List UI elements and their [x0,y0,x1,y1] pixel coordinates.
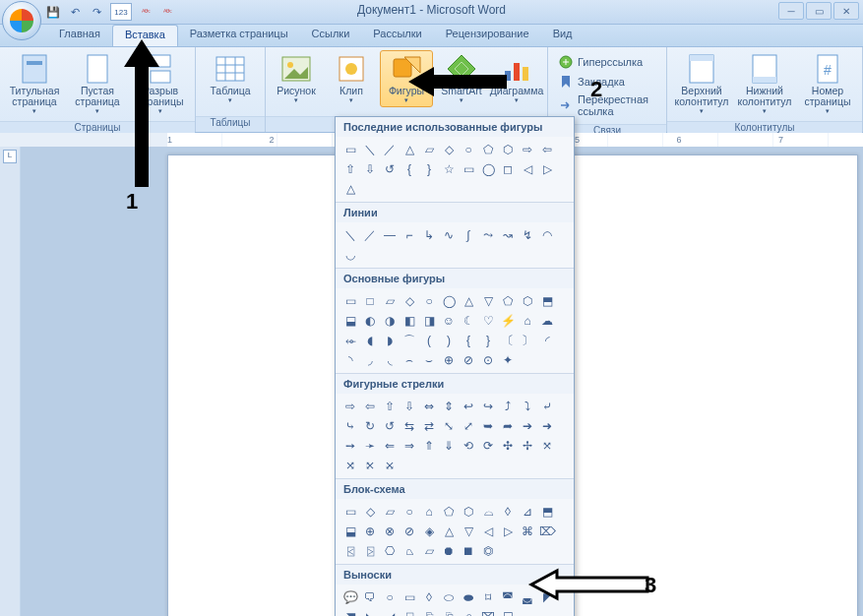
shape-item[interactable]: ⤷ [341,417,359,435]
shape-item[interactable]: ⇕ [440,398,458,415]
tab-selector-icon[interactable]: L [3,150,17,163]
shape-item[interactable]: ⎌ [460,608,477,616]
tab-главная[interactable]: Главная [47,25,112,46]
shape-item[interactable]: ⤧ [538,437,556,455]
table-button[interactable]: Таблица▾ [200,50,261,107]
shape-item[interactable]: □ [361,292,379,310]
tab-вид[interactable]: Вид [541,25,585,46]
close-button[interactable]: ✕ [833,2,859,20]
shape-item[interactable]: ⇦ [361,398,379,415]
shape-item[interactable]: ⌣ [420,351,438,369]
shape-item[interactable]: ⊕ [440,351,458,369]
shape-item[interactable]: ➦ [499,417,517,435]
shape-item[interactable]: ▱ [381,503,399,521]
shape-item[interactable]: ⬰ [341,332,359,349]
shape-item[interactable]: ⊙ [479,351,497,369]
shape-item[interactable]: ⇧ [381,398,399,415]
pagenum-button[interactable]: #Номерстраницы▾ [797,50,858,118]
shape-item[interactable]: ◁ [479,523,497,540]
shape-item[interactable]: ◝ [341,351,359,369]
shape-item[interactable]: ◈ [420,523,438,540]
shape-item[interactable]: ▭ [460,160,477,178]
tab-рецензирование[interactable]: Рецензирование [434,25,541,46]
office-button[interactable] [2,1,41,40]
shape-item[interactable]: ⬡ [460,503,477,521]
shape-item[interactable]: ⬒ [538,503,556,521]
shape-item[interactable]: ▷ [499,523,517,540]
save-icon[interactable]: 💾 [45,4,61,20]
shape-item[interactable]: ◻ [499,160,517,178]
shape-item[interactable]: ⬓ [341,312,359,330]
shape-item[interactable]: ⌂ [420,503,438,521]
shape-item[interactable]: ○ [401,503,418,521]
wordcount-icon[interactable]: 123 [110,3,132,21]
shape-item[interactable]: ◑ [381,312,399,330]
shape-item[interactable]: 🗨 [361,588,379,606]
shape-item[interactable]: ➥ [479,417,497,435]
shape-item[interactable]: △ [460,292,477,310]
shape-item[interactable]: ⬒ [538,292,556,310]
maximize-button[interactable]: ▭ [806,2,832,20]
shapes-button[interactable]: Фигуры▾ [380,50,433,107]
shape-item[interactable]: ⊿ [519,503,536,521]
tab-рассылки[interactable]: Рассылки [361,25,433,46]
shape-item[interactable]: ⤴ [499,398,517,415]
shape-item[interactable]: ◗ [381,332,399,349]
shape-item[interactable]: ⏣ [479,542,497,560]
shape-item[interactable]: ◤ [538,588,556,606]
shape-item[interactable]: △ [341,180,359,198]
spellcheck-icon[interactable]: ᴬᴮᶜ [138,4,154,20]
shape-item[interactable]: ⌢ [401,351,418,369]
shape-item[interactable]: ⌑ [479,588,497,606]
shape-item[interactable]: ➔ [519,417,536,435]
shape-item[interactable]: ⏥ [420,542,438,560]
shape-item[interactable]: ⏹ [460,542,477,560]
undo-icon[interactable]: ↶ [67,4,83,20]
shape-item[interactable]: ↳ [420,226,438,244]
shape-item[interactable]: ⤳ [479,226,497,244]
shape-item[interactable]: ▽ [479,292,497,310]
shape-item[interactable]: ◛ [519,588,536,606]
shape-item[interactable]: ▽ [460,523,477,540]
shape-item[interactable]: ⊘ [401,523,418,540]
shape-item[interactable]: ✣ [499,437,517,455]
shape-item[interactable]: ◯ [479,160,497,178]
shape-item[interactable]: ⇨ [519,141,536,158]
shape-item[interactable]: ▭ [401,588,418,606]
shape-item[interactable]: ⌦ [538,523,556,540]
shape-item[interactable]: ⇄ [420,417,438,435]
shape-item[interactable]: ⤡ [440,417,458,435]
shape-item[interactable]: ↯ [519,226,536,244]
shape-item[interactable]: ⌧ [479,608,497,616]
shape-item[interactable]: ／ [381,141,399,158]
shape-item[interactable]: ⤵ [519,398,536,415]
shape-item[interactable]: ) [440,332,458,349]
shape-item[interactable]: ⬡ [499,141,517,158]
shape-item[interactable]: ◚ [499,588,517,606]
shape-item[interactable]: { [460,332,477,349]
shape-item[interactable]: ◢ [381,608,399,616]
shape-item[interactable]: ⤢ [460,417,477,435]
shape-item[interactable]: ⏺ [440,542,458,560]
shape-item[interactable]: ＼ [341,226,359,244]
shape-item[interactable]: ☾ [460,312,477,330]
spellcheck2-icon[interactable]: ᴬᴮᶜ [159,4,175,20]
shape-item[interactable]: ／ [361,226,379,244]
shape-item[interactable]: ➜ [538,417,556,435]
shape-item[interactable]: ◠ [538,226,556,244]
clip-button[interactable]: Клип▾ [325,50,378,107]
shape-item[interactable]: ↺ [381,160,399,178]
shape-item[interactable]: ↺ [381,417,399,435]
shape-item[interactable]: ◇ [440,141,458,158]
shape-item[interactable]: ⤪ [361,457,379,474]
shape-item[interactable]: ⬠ [479,141,497,158]
shape-item[interactable]: ⇩ [401,398,418,415]
shape-item[interactable]: ∫ [460,226,477,244]
shape-item[interactable]: ⬭ [440,588,458,606]
shape-item[interactable]: ◊ [420,588,438,606]
shape-item[interactable]: ⎗ [440,608,458,616]
shape-item[interactable]: ➙ [341,437,359,455]
redo-icon[interactable]: ↷ [89,4,104,20]
shape-item[interactable]: △ [401,141,418,158]
shape-item[interactable]: 💬 [341,588,359,606]
